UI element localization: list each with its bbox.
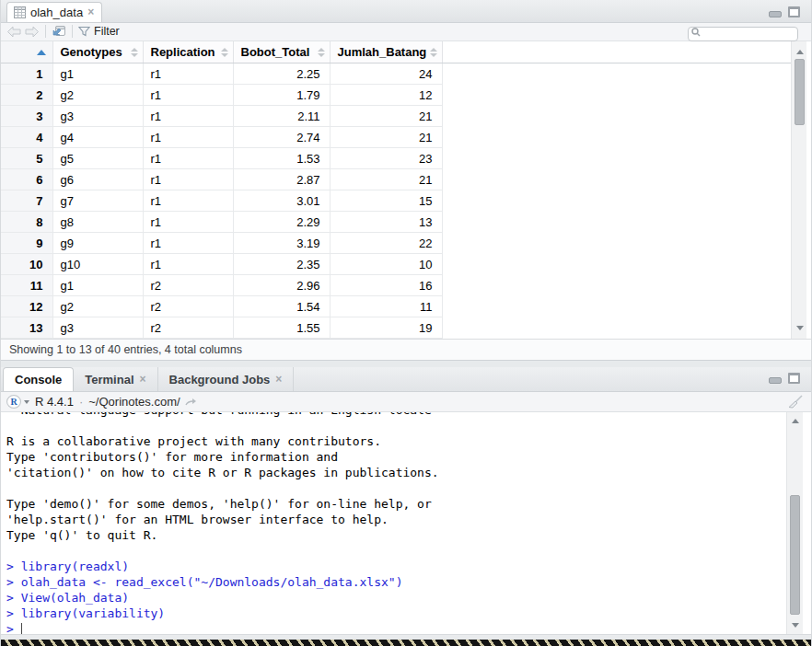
table-scrollbar[interactable] bbox=[791, 41, 806, 340]
clear-console-broom-icon[interactable] bbox=[787, 395, 804, 410]
data-cell[interactable]: 3.01 bbox=[233, 190, 330, 212]
data-cell[interactable]: r2 bbox=[143, 296, 233, 317]
data-cell[interactable]: r1 bbox=[143, 106, 233, 127]
data-cell[interactable]: 2.74 bbox=[233, 127, 330, 148]
column-header-jumlah-batang[interactable]: Jumlah_Batang bbox=[330, 41, 442, 63]
data-cell[interactable]: g7 bbox=[52, 190, 143, 212]
data-cell[interactable]: 3.19 bbox=[233, 233, 330, 254]
row-number-cell[interactable]: 5 bbox=[1, 148, 52, 169]
data-cell[interactable]: 11 bbox=[330, 296, 442, 317]
tab-olah-data[interactable]: olah_data × bbox=[6, 2, 102, 22]
data-cell[interactable]: 12 bbox=[330, 85, 442, 106]
data-cell[interactable]: 13 bbox=[330, 212, 442, 233]
close-icon[interactable]: × bbox=[87, 6, 94, 17]
data-cell[interactable]: g8 bbox=[52, 212, 143, 233]
data-cell[interactable]: 19 bbox=[330, 317, 442, 339]
row-number-cell[interactable]: 9 bbox=[1, 233, 52, 254]
pane-splitter[interactable] bbox=[1, 361, 811, 367]
data-cell[interactable]: 24 bbox=[330, 63, 442, 85]
close-icon[interactable]: × bbox=[275, 374, 282, 385]
scroll-down-icon[interactable] bbox=[792, 623, 799, 628]
row-number-cell[interactable]: 7 bbox=[1, 190, 52, 212]
console-scrollbar[interactable] bbox=[786, 412, 803, 634]
column-header-genotypes[interactable]: Genotypes bbox=[52, 41, 143, 63]
data-cell[interactable]: r1 bbox=[143, 169, 233, 190]
row-number-header[interactable] bbox=[1, 41, 52, 63]
console-output-area[interactable]: Natural language support but running in … bbox=[1, 412, 811, 634]
minimize-pane-icon[interactable] bbox=[769, 377, 782, 384]
search-input[interactable] bbox=[688, 27, 798, 41]
data-cell[interactable]: r1 bbox=[143, 85, 233, 106]
data-cell[interactable]: 2.29 bbox=[233, 212, 330, 233]
data-cell[interactable]: r1 bbox=[143, 233, 233, 254]
data-cell[interactable]: g6 bbox=[52, 169, 143, 190]
row-number-cell[interactable]: 1 bbox=[1, 63, 52, 85]
data-cell[interactable]: 22 bbox=[330, 233, 442, 254]
scroll-up-icon[interactable] bbox=[796, 50, 804, 54]
scrollbar-thumb[interactable] bbox=[795, 59, 805, 125]
data-cell[interactable]: r1 bbox=[143, 190, 233, 212]
data-cell[interactable]: g4 bbox=[52, 127, 143, 148]
data-cell[interactable]: g10 bbox=[52, 254, 143, 275]
data-cell[interactable]: 21 bbox=[330, 127, 442, 148]
row-number-cell[interactable]: 4 bbox=[1, 127, 52, 148]
chevron-down-icon[interactable] bbox=[24, 400, 29, 404]
data-cell[interactable]: 2.87 bbox=[233, 169, 330, 190]
sort-ascending-icon[interactable] bbox=[37, 50, 46, 55]
data-cell[interactable]: g1 bbox=[52, 63, 143, 85]
sort-icon[interactable] bbox=[430, 48, 437, 57]
close-icon[interactable]: × bbox=[140, 374, 146, 385]
data-cell[interactable]: g2 bbox=[52, 296, 143, 317]
data-cell[interactable]: 1.53 bbox=[233, 148, 330, 169]
row-number-cell[interactable]: 8 bbox=[1, 212, 52, 233]
row-number-cell[interactable]: 13 bbox=[1, 317, 52, 339]
filter-button-label[interactable]: Filter bbox=[94, 25, 120, 38]
show-in-new-window-icon[interactable] bbox=[52, 25, 66, 38]
data-cell[interactable]: g2 bbox=[52, 85, 143, 106]
data-cell[interactable]: 21 bbox=[330, 169, 442, 190]
data-cell[interactable]: r1 bbox=[143, 212, 233, 233]
data-cell[interactable]: g1 bbox=[52, 275, 143, 296]
sort-icon[interactable] bbox=[131, 48, 138, 57]
tab-terminal[interactable]: Terminal × bbox=[74, 367, 157, 391]
data-cell[interactable]: 21 bbox=[330, 106, 442, 127]
data-cell[interactable]: r1 bbox=[143, 127, 233, 148]
maximize-pane-icon[interactable] bbox=[788, 6, 800, 17]
data-cell[interactable]: 23 bbox=[330, 148, 442, 169]
column-header-bobot-total[interactable]: Bobot_Total bbox=[233, 41, 330, 63]
tab-console[interactable]: Console bbox=[3, 367, 74, 391]
data-cell[interactable]: g3 bbox=[52, 317, 143, 339]
data-cell[interactable]: 1.54 bbox=[233, 296, 330, 317]
data-cell[interactable]: 16 bbox=[330, 275, 442, 296]
row-number-cell[interactable]: 12 bbox=[1, 296, 52, 317]
data-cell[interactable]: 1.55 bbox=[233, 317, 330, 339]
data-cell[interactable]: 2.96 bbox=[233, 275, 330, 296]
row-number-cell[interactable]: 3 bbox=[1, 106, 52, 127]
sort-icon[interactable] bbox=[318, 48, 325, 57]
row-number-cell[interactable]: 2 bbox=[1, 85, 52, 106]
data-cell[interactable]: 2.35 bbox=[233, 254, 330, 275]
row-number-cell[interactable]: 11 bbox=[1, 275, 52, 296]
filter-icon[interactable] bbox=[78, 26, 90, 37]
forward-arrow-icon[interactable] bbox=[24, 26, 40, 38]
data-cell[interactable]: g9 bbox=[52, 233, 143, 254]
row-number-cell[interactable]: 6 bbox=[1, 169, 52, 190]
scroll-up-icon[interactable] bbox=[792, 419, 799, 423]
goto-directory-icon[interactable] bbox=[185, 398, 197, 407]
data-cell[interactable]: r2 bbox=[143, 275, 233, 296]
data-cell[interactable]: r2 bbox=[143, 317, 233, 339]
data-cell[interactable]: 1.79 bbox=[233, 85, 330, 106]
data-cell[interactable]: g5 bbox=[52, 148, 143, 169]
data-cell[interactable]: 15 bbox=[330, 190, 442, 212]
data-cell[interactable]: r1 bbox=[143, 254, 233, 275]
minimize-pane-icon[interactable] bbox=[769, 11, 782, 17]
column-header-replication[interactable]: Replication bbox=[143, 41, 233, 63]
r-logo-icon[interactable]: R bbox=[6, 395, 21, 409]
back-arrow-icon[interactable] bbox=[6, 26, 22, 38]
data-cell[interactable]: 10 bbox=[330, 254, 442, 275]
row-number-cell[interactable]: 10 bbox=[1, 254, 52, 275]
scroll-down-icon[interactable] bbox=[796, 326, 804, 330]
data-cell[interactable]: r1 bbox=[143, 63, 233, 85]
scrollbar-thumb[interactable] bbox=[790, 495, 800, 615]
tab-background-jobs[interactable]: Background Jobs × bbox=[158, 367, 295, 391]
